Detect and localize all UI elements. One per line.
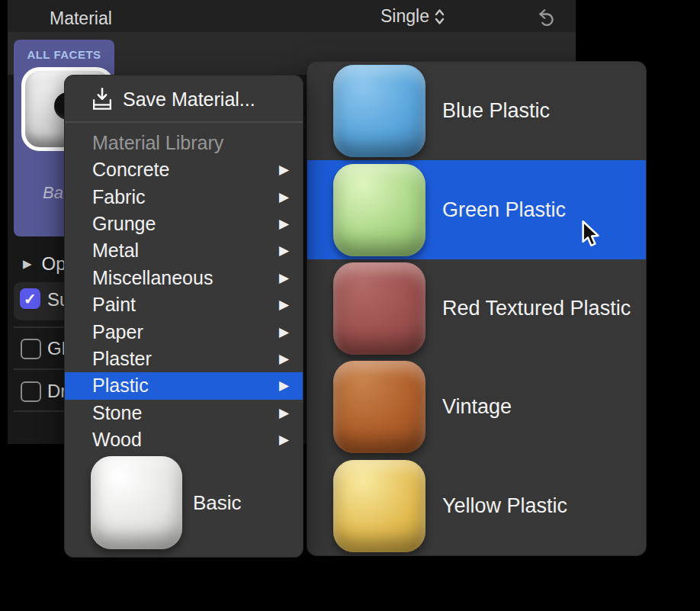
menu-item-stone[interactable]: Stone▶ <box>65 400 303 426</box>
menu-separator <box>65 121 303 123</box>
undo-arrow-icon <box>535 6 557 27</box>
surfaces-checkbox[interactable]: ✓ <box>20 288 40 309</box>
submenu-arrow-icon: ▶ <box>279 407 289 420</box>
save-material-item[interactable]: Save Material... <box>65 82 303 117</box>
submenu-item-label: Blue Plastic <box>442 99 550 123</box>
material-swatch <box>333 460 425 552</box>
menu-item-fabric[interactable]: Fabric▶ <box>65 183 303 210</box>
drop-row-label: Dr <box>47 381 64 402</box>
divider <box>14 410 64 412</box>
submenu-item-red-textured-plastic[interactable]: Red Textured Plastic <box>307 259 646 358</box>
basic-material-swatch <box>91 456 182 549</box>
menu-item-paint[interactable]: Paint▶ <box>65 291 303 318</box>
menu-item-label: Fabric <box>92 186 145 208</box>
menu-item-grunge[interactable]: Grunge▶ <box>65 211 303 237</box>
options-row-label: Op <box>42 253 64 275</box>
material-category-list: Concrete▶Fabric▶Grunge▶Metal▶Miscellaneo… <box>65 156 303 453</box>
up-down-chevrons-icon <box>435 8 445 26</box>
menu-item-miscellaneous[interactable]: Miscellaneous▶ <box>65 265 303 291</box>
menu-item-label: Paint <box>92 294 136 316</box>
drop-checkbox[interactable] <box>21 381 41 402</box>
divider <box>14 326 64 328</box>
menu-item-metal[interactable]: Metal▶ <box>65 237 303 264</box>
menu-item-label: Wood <box>92 429 142 451</box>
all-facets-label: ALL FACETS <box>14 48 114 61</box>
options-disclosure-row[interactable]: ▶ Op <box>23 253 64 275</box>
surfaces-row-label: Su <box>47 289 64 310</box>
disclosure-triangle-icon: ▶ <box>23 257 32 271</box>
save-material-label: Save Material... <box>123 88 255 111</box>
divider <box>14 368 64 370</box>
submenu-arrow-icon: ▶ <box>279 433 289 446</box>
submenu-arrow-icon: ▶ <box>279 163 289 176</box>
material-swatch <box>333 65 425 157</box>
screen: { "header": { "title": "Material", "mode… <box>0 0 700 611</box>
submenu-arrow-icon: ▶ <box>279 379 289 392</box>
submenu-item-blue-plastic[interactable]: Blue Plastic <box>307 62 646 160</box>
panel-title: Material <box>50 8 112 29</box>
basic-material-label: Basic <box>193 491 242 515</box>
mode-dropdown-value: Single <box>381 6 429 27</box>
menu-item-wood[interactable]: Wood▶ <box>65 426 303 453</box>
submenu-arrow-icon: ▶ <box>279 272 289 285</box>
menu-item-concrete[interactable]: Concrete▶ <box>65 156 303 183</box>
menu-item-plastic[interactable]: Plastic▶ <box>65 372 303 399</box>
submenu-arrow-icon: ▶ <box>279 217 289 230</box>
submenu-arrow-icon: ▶ <box>279 298 289 311</box>
submenu-arrow-icon: ▶ <box>279 352 289 365</box>
menu-item-label: Plastic <box>92 375 149 397</box>
material-swatch <box>333 262 425 355</box>
menu-item-basic[interactable]: Basic <box>65 452 303 553</box>
material-swatch <box>333 164 425 256</box>
checkmark-icon: ✓ <box>24 290 37 308</box>
plastic-submenu: Blue PlasticGreen PlasticRed Textured Pl… <box>307 61 647 556</box>
glow-checkbox[interactable] <box>21 339 41 359</box>
material-context-menu: Save Material... Material Library Concre… <box>64 75 303 558</box>
submenu-item-yellow-plastic[interactable]: Yellow Plastic <box>307 457 646 555</box>
menu-item-label: Paper <box>92 321 143 343</box>
menu-item-label: Metal <box>92 240 139 262</box>
submenu-arrow-icon: ▶ <box>279 244 289 257</box>
menu-item-label: Grunge <box>92 213 156 235</box>
submenu-item-label: Vintage <box>442 395 512 419</box>
glow-row-label: Gl <box>47 338 64 359</box>
submenu-item-label: Yellow Plastic <box>442 494 567 518</box>
inspector-topbar: Material Single <box>8 0 576 32</box>
submenu-item-vintage[interactable]: Vintage <box>307 358 646 456</box>
inspector-left-rows: ▶ Op ✓ Su Gl Dr <box>8 75 64 444</box>
submenu-item-label: Red Textured Plastic <box>442 297 631 320</box>
submenu-arrow-icon: ▶ <box>279 191 289 204</box>
material-library-header: Material Library <box>92 132 223 154</box>
menu-item-paper[interactable]: Paper▶ <box>65 318 303 345</box>
mode-dropdown[interactable]: Single <box>381 6 445 27</box>
menu-item-plaster[interactable]: Plaster▶ <box>65 346 303 372</box>
menu-item-label: Stone <box>92 402 142 424</box>
submenu-arrow-icon: ▶ <box>279 326 289 339</box>
menu-item-label: Plaster <box>92 348 152 370</box>
menu-item-label: Miscellaneous <box>92 267 213 289</box>
submenu-item-label: Green Plastic <box>442 198 566 222</box>
material-swatch <box>333 361 425 453</box>
mouse-cursor <box>577 220 605 253</box>
menu-item-label: Concrete <box>92 159 169 181</box>
undo-button[interactable] <box>534 5 558 29</box>
save-download-tray-icon <box>91 87 114 111</box>
